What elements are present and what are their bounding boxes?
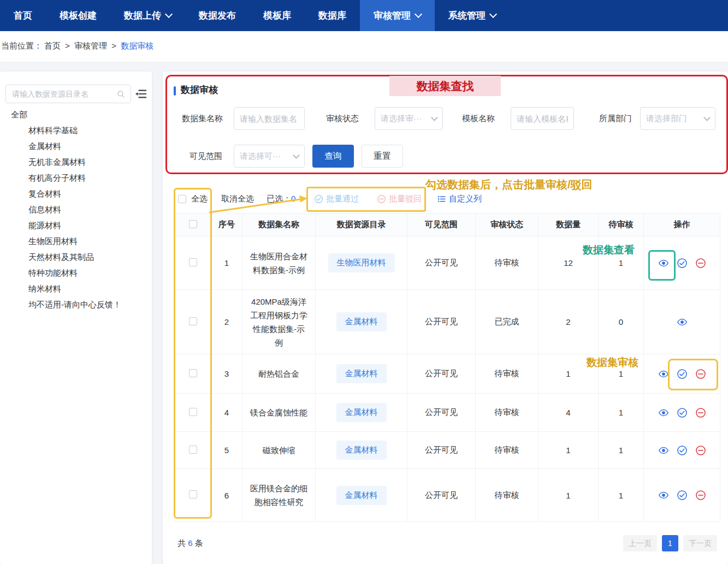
nav-label: 模板库	[263, 9, 291, 22]
nav-label: 数据库	[318, 9, 346, 22]
breadcrumb: 当前位置：首页 > 审核管理 > 数据审核	[1, 41, 156, 51]
tree-item[interactable]: 材料科学基础	[0, 122, 152, 138]
reset-button[interactable]: 重置	[362, 145, 403, 168]
audit-status-select[interactable]: 请选择审···	[375, 107, 443, 130]
header-checkbox-cell	[175, 213, 211, 236]
approve-check-icon[interactable]	[677, 407, 688, 418]
row-checkbox[interactable]	[189, 446, 197, 454]
search-icon[interactable]	[116, 90, 126, 99]
customize-columns-button[interactable]: 自定义列	[437, 193, 482, 205]
tree-item[interactable]: 生物医用材料	[0, 233, 152, 249]
batch-approve-button[interactable]: 批量通过	[314, 193, 359, 205]
data-audit-panel: 数据审核 数据集名称 审核状态 请选择审··· 模板名称 所属部门 请选择部门 …	[163, 72, 728, 564]
view-eye-icon[interactable]	[677, 317, 688, 328]
sidebar-collapse-icon[interactable]	[135, 88, 147, 100]
chevron-down-icon	[293, 152, 300, 159]
row-checkbox[interactable]	[189, 490, 197, 498]
prev-page-button[interactable]: 上一页	[623, 535, 657, 551]
view-eye-icon[interactable]	[658, 369, 669, 379]
header-actions: 操作	[644, 213, 720, 236]
nav-item-template-library[interactable]: 模板库	[250, 0, 305, 31]
tree-item[interactable]: 信息材料	[0, 201, 152, 217]
row-checkbox[interactable]	[189, 369, 197, 377]
catalog-search-input[interactable]	[11, 89, 116, 99]
select-placeholder: 请选择审···	[381, 114, 422, 124]
cell-actions	[644, 432, 720, 469]
tree-item[interactable]: 有机高分子材料	[0, 170, 152, 186]
table-row: 3 耐热铝合金 金属材料 公开可见 待审核 1 1	[175, 354, 720, 394]
nav-item-data-upload[interactable]: 数据上传	[110, 0, 185, 31]
chevron-down-icon	[703, 114, 711, 121]
cell-dataset-name: 镁合金腐蚀性能	[242, 394, 316, 432]
cell-status: 待审核	[476, 236, 538, 290]
nav-item-template-create[interactable]: 模板创建	[46, 0, 110, 31]
cell-status: 待审核	[476, 354, 538, 394]
select-all-label[interactable]: 全选	[191, 193, 208, 205]
filter-label-dataset-name: 数据集名称	[182, 107, 223, 130]
approve-check-icon[interactable]	[677, 490, 688, 501]
tree-item-all[interactable]: 全部	[0, 106, 152, 122]
visibility-select[interactable]: 请选择可···	[234, 145, 305, 168]
check-circle-icon	[314, 194, 323, 204]
reject-minus-icon[interactable]	[695, 490, 706, 501]
dataset-name-input[interactable]	[234, 107, 305, 130]
view-eye-icon[interactable]	[658, 407, 669, 418]
next-page-button[interactable]: 下一页	[683, 535, 717, 551]
nav-label: 数据发布	[199, 9, 236, 22]
nav-item-database[interactable]: 数据库	[305, 0, 360, 31]
row-checkbox[interactable]	[189, 258, 197, 266]
row-checkbox[interactable]	[189, 317, 197, 325]
row-checkbox[interactable]	[189, 408, 197, 416]
approve-check-icon[interactable]	[677, 445, 688, 456]
breadcrumb-separator: >	[111, 41, 116, 50]
reject-minus-icon[interactable]	[695, 258, 706, 269]
department-select[interactable]: 请选择部门	[640, 107, 715, 130]
cell-actions	[644, 236, 720, 290]
select-all-checkbox[interactable]	[178, 195, 186, 203]
header-checkbox[interactable]	[189, 220, 197, 228]
tree-item[interactable]: 纳米材料	[0, 281, 152, 296]
header-catalog: 数据资源目录	[316, 213, 407, 236]
reject-minus-icon[interactable]	[695, 369, 706, 379]
cell-data-count: 4	[538, 394, 599, 432]
nav-item-system-management[interactable]: 系统管理	[435, 0, 510, 31]
tree-item[interactable]: 特种功能材料	[0, 265, 152, 281]
reject-minus-icon[interactable]	[695, 445, 706, 456]
cell-visibility: 公开可见	[407, 290, 476, 354]
nav-item-home[interactable]: 首页	[0, 0, 46, 31]
reject-minus-icon[interactable]	[695, 407, 706, 418]
nav-label: 首页	[14, 9, 32, 22]
view-eye-icon[interactable]	[658, 258, 669, 269]
catalog-search-box	[5, 85, 131, 103]
tree-item[interactable]: 无机非金属材料	[0, 154, 152, 170]
view-eye-icon[interactable]	[658, 445, 669, 456]
cell-no: 5	[211, 432, 242, 469]
breadcrumb-home-link[interactable]: 首页	[44, 41, 61, 50]
nav-label: 系统管理	[448, 9, 486, 22]
breadcrumb-section-link[interactable]: 审核管理	[74, 41, 107, 50]
tree-item[interactable]: 能源材料	[0, 217, 152, 233]
tree-item[interactable]: 天然材料及其制品	[0, 249, 152, 265]
cell-pending-count: 1	[599, 354, 644, 394]
tree-item[interactable]: 金属材料	[0, 138, 152, 154]
approve-check-icon[interactable]	[677, 369, 688, 379]
query-button[interactable]: 查询	[312, 145, 354, 168]
current-page-button[interactable]: 1	[662, 535, 678, 551]
cell-data-count: 1	[538, 469, 599, 522]
approve-check-icon[interactable]	[677, 258, 688, 269]
tree-item[interactable]: 复合材料	[0, 186, 152, 201]
nav-item-data-publish[interactable]: 数据发布	[185, 0, 250, 31]
template-name-input[interactable]	[511, 107, 574, 130]
cell-dataset-name: 耐热铝合金	[242, 354, 316, 394]
total-suffix: 条	[195, 538, 203, 548]
total-count: 共 6 条	[177, 538, 203, 549]
cell-no: 4	[211, 394, 242, 432]
view-eye-icon[interactable]	[658, 490, 669, 501]
deselect-all-button[interactable]: 取消全选	[221, 193, 254, 205]
nav-item-audit-management[interactable]: 审核管理	[360, 0, 435, 31]
cell-dataset-name: 医用镁合金的细胞相容性研究	[242, 469, 316, 522]
batch-reject-button[interactable]: 批量驳回	[377, 193, 422, 205]
tree-item[interactable]: 均不适用-请向中心反馈！	[0, 296, 152, 312]
cell-data-count: 12	[538, 236, 599, 290]
table-row: 4 镁合金腐蚀性能 金属材料 公开可见 待审核 4 1	[175, 394, 720, 432]
